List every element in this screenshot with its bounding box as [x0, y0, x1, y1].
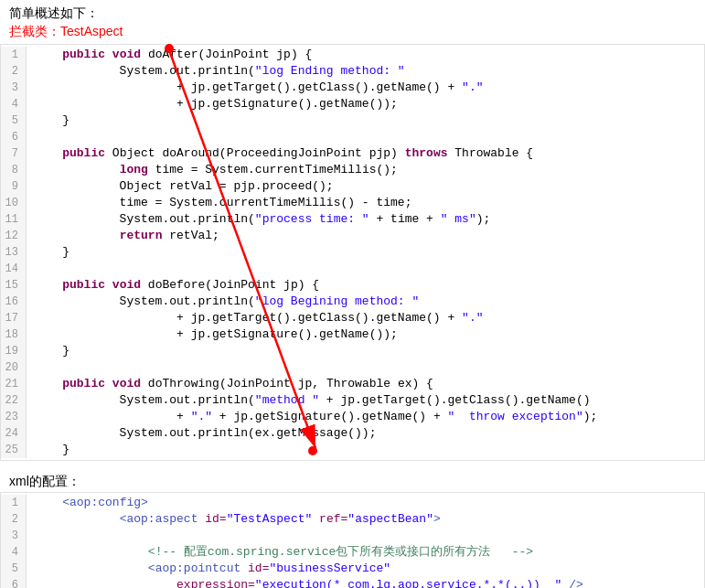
code-line-3: 3 + jp.getTarget().getClass().getName() …	[1, 80, 704, 96]
intro-title: 简单概述如下：	[0, 0, 705, 24]
code-line-15: 15 public void doBefore(JoinPoint jp) {	[1, 277, 704, 294]
xml-line-2: 2 <aop:aspect id="TestAspect" ref="aspec…	[1, 511, 704, 528]
code-line-10: 10 time = System.currentTimeMillis() - t…	[1, 195, 704, 211]
code-block-top: 1 public void doAfter(JoinPoint jp) { 2 …	[0, 44, 705, 461]
code-line-13: 13 }	[1, 244, 704, 261]
xml-line-1: 1 <aop:config>	[1, 495, 704, 511]
code-line-12: 12 return retVal;	[1, 228, 704, 244]
code-line-7: 7 public Object doAround(ProceedingJoinP…	[1, 145, 704, 162]
code-line-19: 19 }	[1, 343, 704, 359]
code-block-xml: 1 <aop:config> 2 <aop:aspect id="TestAsp…	[0, 492, 705, 588]
code-line-20: 20	[1, 359, 704, 376]
code-line-23: 23 + "." + jp.getSignature().getName() +…	[1, 409, 704, 425]
code-line-1: 1 public void doAfter(JoinPoint jp) {	[1, 47, 704, 63]
xml-line-3: 3	[1, 528, 704, 544]
code-line-9: 9 Object retVal = pjp.proceed();	[1, 178, 704, 195]
code-line-25: 25 }	[1, 442, 704, 458]
code-line-8: 8 long time = System.currentTimeMillis()…	[1, 162, 704, 178]
xml-line-4: 4 <!-- 配置com.spring.service包下所有类或接口的所有方法…	[1, 544, 704, 561]
xml-line-6: 6 expression="execution(* com.lg.aop.ser…	[1, 577, 704, 588]
code-line-21: 21 public void doThrowing(JoinPoint jp, …	[1, 376, 704, 392]
code-line-14: 14	[1, 261, 704, 277]
xml-line-5: 5 <aop:pointcut id="businessService"	[1, 561, 704, 577]
code-line-4: 4 + jp.getSignature().getName());	[1, 96, 704, 112]
code-line-22: 22 System.out.println("method " + jp.get…	[1, 392, 704, 409]
code-line-2: 2 System.out.println("log Ending method:…	[1, 63, 704, 80]
code-line-6: 6	[1, 129, 704, 145]
code-line-5: 5 }	[1, 112, 704, 129]
code-line-16: 16 System.out.println("log Begining meth…	[1, 294, 704, 310]
aspect-label: 拦截类：TestAspect	[0, 24, 705, 44]
code-line-17: 17 + jp.getTarget().getClass().getName()…	[1, 310, 704, 326]
code-line-11: 11 System.out.println("process time: " +…	[1, 211, 704, 228]
xml-label: xml的配置：	[0, 468, 705, 492]
code-line-18: 18 + jp.getSignature().getName());	[1, 326, 704, 343]
code-line-24: 24 System.out.println(ex.getMessage());	[1, 425, 704, 442]
